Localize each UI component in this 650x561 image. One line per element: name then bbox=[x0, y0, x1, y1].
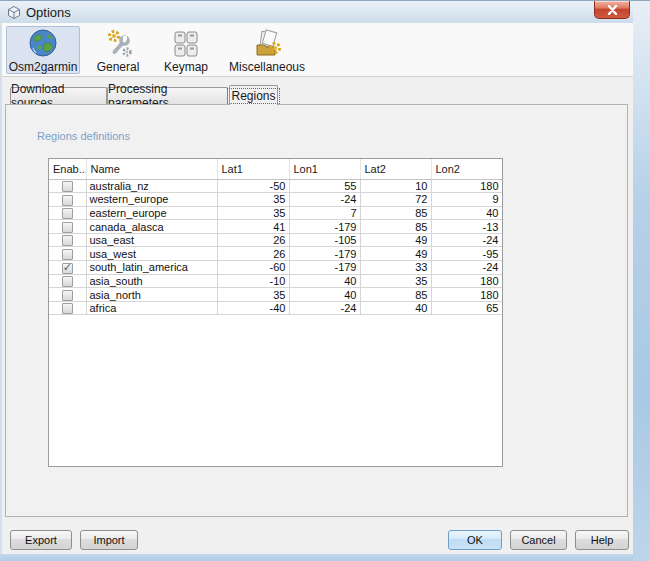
lon2-cell[interactable]: 180 bbox=[431, 288, 502, 302]
lon1-cell[interactable]: -105 bbox=[289, 233, 360, 247]
lat2-cell[interactable]: 49 bbox=[360, 247, 431, 261]
lon1-cell[interactable]: 40 bbox=[289, 288, 360, 302]
enabled-checkbox[interactable] bbox=[62, 290, 73, 301]
column-header-lat1[interactable]: Lat1 bbox=[217, 159, 289, 179]
region-name-cell[interactable]: africa bbox=[86, 301, 217, 315]
lat1-cell[interactable]: -10 bbox=[217, 274, 289, 288]
lon2-cell[interactable]: 40 bbox=[431, 206, 502, 220]
enabled-checkbox[interactable] bbox=[62, 303, 73, 314]
category-miscellaneous[interactable]: Miscellaneous bbox=[224, 26, 310, 74]
tab-label: Regions bbox=[227, 88, 279, 104]
table-row[interactable]: asia_north 35 40 85 180 bbox=[49, 288, 502, 302]
column-header-name[interactable]: Name bbox=[86, 159, 217, 179]
lat2-cell[interactable]: 40 bbox=[360, 301, 431, 315]
lat1-cell[interactable]: -50 bbox=[217, 179, 289, 193]
lat1-cell[interactable]: -60 bbox=[217, 261, 289, 275]
region-name-cell[interactable]: usa_east bbox=[86, 233, 217, 247]
help-button[interactable]: Help bbox=[575, 530, 629, 550]
lat1-cell[interactable]: 26 bbox=[217, 233, 289, 247]
lon2-cell[interactable]: -24 bbox=[431, 233, 502, 247]
lat1-cell[interactable]: 35 bbox=[217, 288, 289, 302]
lat2-cell[interactable]: 85 bbox=[360, 220, 431, 234]
lon1-cell[interactable]: -24 bbox=[289, 193, 360, 207]
category-label: General bbox=[87, 60, 149, 74]
region-name-cell[interactable]: western_europe bbox=[86, 193, 217, 207]
tab-download-sources[interactable]: Download sources bbox=[10, 87, 107, 104]
tab-regions[interactable]: Regions bbox=[229, 85, 278, 105]
category-keymap[interactable]: Keymap bbox=[154, 26, 218, 74]
import-button[interactable]: Import bbox=[80, 530, 138, 550]
lat1-cell[interactable]: 35 bbox=[217, 193, 289, 207]
lat2-cell[interactable]: 85 bbox=[360, 288, 431, 302]
tab-processing-parameters[interactable]: Processing parameters bbox=[107, 87, 228, 104]
table-row[interactable]: asia_south -10 40 35 180 bbox=[49, 274, 502, 288]
region-name-cell[interactable]: usa_west bbox=[86, 247, 217, 261]
column-header-lon2[interactable]: Lon2 bbox=[431, 159, 502, 179]
table-row[interactable]: ✓ south_latin_america -60 -179 33 -24 bbox=[49, 261, 502, 275]
window-right-border bbox=[633, 1, 650, 561]
lat2-cell[interactable]: 85 bbox=[360, 206, 431, 220]
table-row[interactable]: usa_east 26 -105 49 -24 bbox=[49, 233, 502, 247]
lon2-cell[interactable]: 65 bbox=[431, 301, 502, 315]
lon1-cell[interactable]: -179 bbox=[289, 247, 360, 261]
category-label: Miscellaneous bbox=[225, 60, 309, 74]
category-osm2garmin[interactable]: Osm2garmin bbox=[6, 26, 80, 74]
lon2-cell[interactable]: -13 bbox=[431, 220, 502, 234]
lon1-cell[interactable]: 40 bbox=[289, 274, 360, 288]
lon1-cell[interactable]: -24 bbox=[289, 301, 360, 315]
region-name-cell[interactable]: asia_north bbox=[86, 288, 217, 302]
lon2-cell[interactable]: 9 bbox=[431, 193, 502, 207]
enabled-checkbox[interactable] bbox=[62, 276, 73, 287]
lon1-cell[interactable]: -179 bbox=[289, 220, 360, 234]
lat2-cell[interactable]: 49 bbox=[360, 233, 431, 247]
region-name-cell[interactable]: australia_nz bbox=[86, 179, 217, 193]
enabled-checkbox[interactable] bbox=[62, 222, 73, 233]
lat2-cell[interactable]: 33 bbox=[360, 261, 431, 275]
lat1-cell[interactable]: 35 bbox=[217, 206, 289, 220]
column-header-lat2[interactable]: Lat2 bbox=[360, 159, 431, 179]
lon2-cell[interactable]: 180 bbox=[431, 179, 502, 193]
lon1-cell[interactable]: 55 bbox=[289, 179, 360, 193]
lat2-cell[interactable]: 10 bbox=[360, 179, 431, 193]
table-row[interactable]: eastern_europe 35 7 85 40 bbox=[49, 206, 502, 220]
lat1-cell[interactable]: 26 bbox=[217, 247, 289, 261]
enabled-checkbox[interactable] bbox=[62, 208, 73, 219]
category-general[interactable]: General bbox=[86, 26, 150, 74]
lat2-cell[interactable]: 72 bbox=[360, 193, 431, 207]
ok-button[interactable]: OK bbox=[448, 530, 502, 550]
close-button[interactable] bbox=[594, 1, 630, 19]
enabled-checkbox[interactable] bbox=[62, 195, 73, 206]
table-row[interactable]: africa -40 -24 40 65 bbox=[49, 301, 502, 315]
enabled-checkbox[interactable] bbox=[62, 235, 73, 246]
category-toolbar: Osm2garmin General bbox=[2, 23, 633, 77]
lat2-cell[interactable]: 35 bbox=[360, 274, 431, 288]
lat1-cell[interactable]: -40 bbox=[217, 301, 289, 315]
region-name-cell[interactable]: asia_south bbox=[86, 274, 217, 288]
lon1-cell[interactable]: -179 bbox=[289, 261, 360, 275]
regions-definitions-group-title: Regions definitions bbox=[33, 130, 134, 142]
region-name-cell[interactable]: canada_alasca bbox=[86, 220, 217, 234]
lon2-cell[interactable]: -95 bbox=[431, 247, 502, 261]
table-row[interactable]: canada_alasca 41 -179 85 -13 bbox=[49, 220, 502, 234]
enabled-checkbox[interactable] bbox=[62, 249, 73, 260]
table-row[interactable]: western_europe 35 -24 72 9 bbox=[49, 193, 502, 207]
regions-table-scrollpane[interactable]: Enab... Name Lat1 Lon1 Lat2 Lon2 austral… bbox=[48, 158, 503, 467]
lon2-cell[interactable]: 180 bbox=[431, 274, 502, 288]
column-header-lon1[interactable]: Lon1 bbox=[289, 159, 360, 179]
lat1-cell[interactable]: 41 bbox=[217, 220, 289, 234]
cancel-button[interactable]: Cancel bbox=[510, 530, 567, 550]
lon1-cell[interactable]: 7 bbox=[289, 206, 360, 220]
region-name-cell[interactable]: eastern_europe bbox=[86, 206, 217, 220]
window-bottom-border bbox=[0, 554, 633, 561]
table-row[interactable]: australia_nz -50 55 10 180 bbox=[49, 179, 502, 193]
column-header-enabled[interactable]: Enab... bbox=[49, 159, 86, 179]
table-row[interactable]: usa_west 26 -179 49 -95 bbox=[49, 247, 502, 261]
export-button[interactable]: Export bbox=[10, 530, 72, 550]
window-title: Options bbox=[26, 5, 71, 20]
lon2-cell[interactable]: -24 bbox=[431, 261, 502, 275]
enabled-checkbox[interactable] bbox=[62, 181, 73, 192]
enabled-checkbox[interactable]: ✓ bbox=[62, 263, 73, 274]
check-icon: ✓ bbox=[63, 262, 72, 274]
region-name-cell[interactable]: south_latin_america bbox=[86, 261, 217, 275]
gears-icon bbox=[102, 28, 134, 60]
